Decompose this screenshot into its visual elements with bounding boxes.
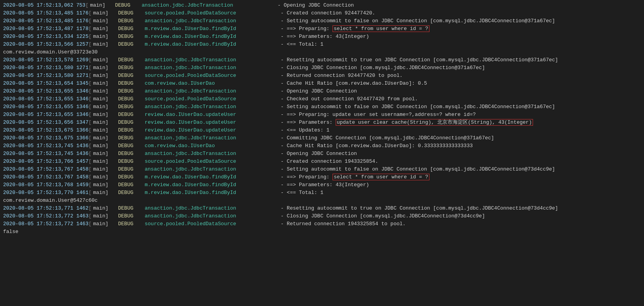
log-message: - Created connection 924477420. (281, 9, 641, 17)
log-level: DEBUG (118, 41, 141, 48)
log-line: 2020-08-05 17:52:13,654 1345 [main]DEBUG… (0, 80, 644, 87)
log-line: 2020-08-05 17:52:13,675 1366 [main]DEBUG… (0, 134, 644, 142)
log-line: 2020-08-05 17:52:13,578 1269 [main]DEBUG… (0, 56, 644, 64)
log-level: DEBUG (118, 181, 141, 189)
log-timestamp: 2020-08-05 17:52:13,745 1436 (3, 150, 88, 158)
log-line: 2020-08-05 17:52:13,745 1436 [main]DEBUG… (0, 150, 644, 158)
log-message: - ==> Preparing: select * from user wher… (281, 25, 641, 33)
log-thread: main] (90, 2, 113, 9)
log-level: DEBUG (118, 205, 141, 212)
log-message: - Setting autocommit to false on JDBC Co… (281, 165, 641, 173)
log-level: DEBUG (118, 119, 141, 126)
log-thread: main] (93, 189, 116, 197)
log-timestamp: 2020-08-05 17:52:13,766 1457 (3, 158, 88, 165)
log-level: DEBUG (118, 33, 141, 41)
highlighted-sql: update user clear cache(String), 北京市海淀区(… (336, 119, 533, 126)
standalone-line: false (0, 228, 644, 236)
log-level: DEBUG (118, 173, 141, 181)
log-bracket: [ (88, 173, 91, 181)
log-message: - Resetting autocommit to true on JDBC C… (281, 205, 641, 212)
log-timestamp: 2020-08-05 17:52:13,655 1346 (3, 103, 88, 111)
log-timestamp: 2020-08-05 17:52:13,770 1461 (3, 189, 88, 197)
log-timestamp: 2020-08-05 17:52:13,485 1176 (3, 9, 88, 17)
log-bracket: [ (86, 2, 89, 9)
log-logger: ansaction.jdbc.JdbcTransaction (145, 134, 277, 142)
log-message: - Closing JDBC Connection [com.mysql.jdb… (281, 64, 641, 72)
log-logger: ansaction.jdbc.JdbcTransaction (145, 87, 277, 95)
log-message: - <== Total: 1 (281, 189, 641, 197)
log-bracket: [ (88, 95, 91, 103)
log-line: 2020-08-05 17:52:13,767 1458 [main]DEBUG… (0, 173, 644, 181)
log-timestamp: 2020-08-05 17:52:13,768 1459 (3, 181, 88, 189)
log-thread: main] (93, 142, 116, 150)
log-level: DEBUG (118, 9, 141, 17)
log-bracket: [ (88, 142, 91, 150)
log-message: - Cache Hit Ratio [com.review.dao.IUserD… (281, 142, 641, 150)
log-line: 2020-08-05 17:52:13,656 1347 [main]DEBUG… (0, 119, 644, 126)
log-bracket: [ (88, 134, 91, 142)
log-bracket: [ (88, 64, 91, 72)
log-thread: main] (93, 87, 116, 95)
log-timestamp: 2020-08-05 17:52:13,767 1458 (3, 165, 88, 173)
log-timestamp: 2020-08-05 17:52:13,580 1271 (3, 72, 88, 80)
log-logger: review.dao.IUserDao.updateUser (145, 119, 277, 126)
log-timestamp: 2020-08-05 17:52:13,675 1366 (3, 126, 88, 134)
log-line: 2020-08-05 17:52:13,580 1271 [main]DEBUG… (0, 64, 644, 72)
log-message: - ==> Preparing: update user set usernam… (281, 111, 641, 119)
log-logger: m.review.dao.IUserDao.findById (145, 41, 277, 48)
log-bracket: [ (88, 103, 91, 111)
log-message: - <== Updates: 1 (281, 126, 641, 134)
log-message: - Committing JDBC Connection [com.mysql.… (281, 134, 641, 142)
log-bracket: [ (88, 119, 91, 126)
log-thread: main] (93, 17, 116, 25)
log-message: - Created connection 1943325854. (281, 158, 641, 165)
log-message: - Opening JDBC Connection (277, 2, 641, 9)
log-timestamp: 2020-08-05 17:52:13,655 1346 (3, 87, 88, 95)
log-line: 2020-08-05 17:52:13,485 1176 [main]DEBUG… (0, 9, 644, 17)
log-output: 2020-08-05 17:52:13,062 753 [main]DEBUGa… (0, 2, 644, 236)
log-line: 2020-08-05 17:52:13,675 1366 [main]DEBUG… (0, 126, 644, 134)
log-level: DEBUG (118, 95, 141, 103)
log-timestamp: 2020-08-05 17:52:13,566 1257 (3, 41, 88, 48)
log-line: 2020-08-05 17:52:13,534 1225 [main]DEBUG… (0, 33, 644, 41)
log-bracket: [ (88, 205, 91, 212)
log-thread: main] (93, 134, 116, 142)
log-line: 2020-08-05 17:52:13,771 1462 [main]DEBUG… (0, 205, 644, 212)
log-timestamp: 2020-08-05 17:52:13,772 1463 (3, 220, 88, 228)
log-level: DEBUG (118, 56, 141, 64)
log-level: DEBUG (118, 87, 141, 95)
log-logger: review.dao.IUserDao.updateUser (145, 126, 277, 134)
log-timestamp: 2020-08-05 17:52:13,767 1458 (3, 173, 88, 181)
log-level: DEBUG (118, 17, 141, 25)
log-thread: main] (93, 103, 116, 111)
log-logger: ansaction.jdbc.JdbcTransaction (145, 150, 277, 158)
log-line: 2020-08-05 17:52:13,745 1436 [main]DEBUG… (0, 142, 644, 150)
log-level: DEBUG (118, 103, 141, 111)
log-bracket: [ (88, 33, 91, 41)
log-logger: source.pooled.PooledDataSource (145, 220, 277, 228)
log-line: 2020-08-05 17:52:13,566 1257 [main]DEBUG… (0, 41, 644, 48)
log-level: DEBUG (118, 64, 141, 72)
log-message: - Resetting autocommit to true on JDBC C… (281, 56, 641, 64)
log-thread: main] (93, 150, 116, 158)
log-logger: ansaction.jdbc.JdbcTransaction (145, 17, 277, 25)
log-line: 2020-08-05 17:52:13,772 1463 [main]DEBUG… (0, 220, 644, 228)
log-message: - Returned connection 1943325854 to pool… (281, 220, 641, 228)
log-line: 2020-08-05 17:52:13,768 1459 [main]DEBUG… (0, 181, 644, 189)
log-thread: main] (93, 220, 116, 228)
log-thread: main] (93, 64, 116, 72)
log-thread: main] (93, 212, 116, 220)
log-logger: review.dao.IUserDao.updateUser (145, 111, 277, 119)
log-message: - Setting autocommit to false on JDBC Co… (281, 103, 641, 111)
log-timestamp: 2020-08-05 17:52:13,534 1225 (3, 33, 88, 41)
log-logger: source.pooled.PooledDataSource (145, 72, 277, 80)
log-thread: main] (93, 165, 116, 173)
log-timestamp: 2020-08-05 17:52:13,062 753 (3, 2, 86, 9)
log-thread: main] (93, 41, 116, 48)
log-thread: main] (93, 33, 116, 41)
log-level: DEBUG (118, 80, 141, 87)
log-message: - <== Total: 1 (281, 41, 641, 48)
standalone-line: com.review.domain.User@5427c60c (0, 197, 644, 205)
log-level: DEBUG (115, 2, 138, 9)
log-logger: m.review.dao.IUserDao.findById (145, 33, 277, 41)
